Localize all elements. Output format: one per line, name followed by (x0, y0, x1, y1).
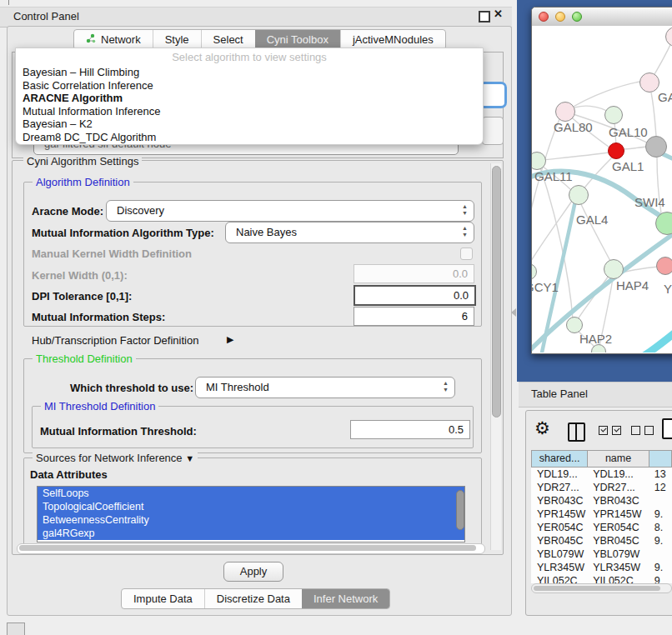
cell[interactable]: YER054C (587, 521, 649, 534)
table-row[interactable]: YDL19... YDL19... 13 (531, 468, 672, 481)
cell[interactable]: YDR27... (531, 481, 587, 494)
cell[interactable]: YER054C (531, 521, 587, 534)
list-item[interactable]: SelfLoops (38, 487, 464, 500)
list-item[interactable]: gal4RGexp (38, 527, 464, 540)
cell[interactable]: YBL079W (531, 548, 587, 561)
expand-right-icon[interactable]: ▶ (227, 334, 233, 345)
table-row[interactable]: YPR145W YPR145W 9. (531, 508, 672, 521)
table-row[interactable]: YBR043C YBR043C (531, 494, 672, 508)
collapse-down-icon[interactable]: ▼ (185, 453, 194, 463)
cell[interactable]: 8. (649, 521, 672, 534)
gene-node-selected[interactable] (608, 142, 624, 159)
close-window-icon[interactable] (539, 12, 549, 22)
manual-kernel-checkbox[interactable] (460, 248, 473, 260)
table-row[interactable]: YBL079W YBL079W (531, 548, 672, 561)
close-icon[interactable]: ✕ (494, 8, 503, 20)
list-item[interactable]: TopologicalCoefficient (38, 500, 464, 513)
cell[interactable]: 9. (649, 561, 672, 574)
column-header[interactable] (649, 450, 672, 468)
split-columns-icon[interactable] (568, 422, 585, 442)
minimized-panel-icon[interactable] (7, 622, 25, 635)
cell[interactable]: YIL052C (587, 574, 649, 583)
tab-network-label: Network (101, 33, 141, 46)
table-row[interactable]: YDR27... YDR27... 12 (531, 481, 672, 494)
cell[interactable]: YPR145W (531, 508, 587, 521)
control-panel-title: Control Panel (13, 10, 79, 22)
tab-network[interactable]: Network (74, 30, 153, 49)
cell[interactable]: YBR043C (531, 494, 587, 508)
mi-type-combo[interactable]: Naive Bayes ▲▼ (225, 222, 474, 243)
node-label: GCY1 (532, 280, 559, 294)
cell[interactable]: YLR345W (587, 561, 649, 574)
kernel-width-field[interactable]: 0.0 (354, 264, 474, 283)
which-threshold-combo[interactable]: MI Threshold ▲▼ (195, 377, 455, 398)
zoom-window-icon[interactable] (572, 12, 582, 22)
tab-discretize-data[interactable]: Discretize Data (204, 589, 302, 608)
settings-vertical-scrollbar[interactable] (490, 163, 501, 550)
gene-node[interactable] (555, 102, 575, 122)
column-header[interactable]: name (587, 450, 649, 468)
apply-button[interactable]: Apply (223, 562, 283, 582)
gene-node[interactable] (639, 72, 659, 92)
gene-node[interactable] (569, 185, 589, 205)
table-row[interactable]: YBR045C YBR045C 9. (531, 534, 672, 548)
dropdown-item-selected[interactable]: ARACNE Algorithm (16, 92, 483, 105)
cell[interactable]: YPR145W (587, 508, 649, 521)
cell[interactable]: YIL052C (531, 574, 587, 583)
table-row[interactable]: YIL052C YIL052C 9 (531, 574, 672, 583)
cell[interactable]: YLR345W (531, 561, 587, 574)
tab-cyni-toolbox[interactable]: Cyni Toolbox (255, 30, 340, 49)
cell[interactable]: YBR045C (587, 534, 649, 548)
tab-style[interactable]: Style (153, 30, 201, 49)
gene-node[interactable] (656, 257, 672, 275)
gene-node[interactable] (566, 317, 583, 333)
cell[interactable]: YDL19... (587, 468, 649, 481)
table-row[interactable]: YLR345W YLR345W 9. (531, 561, 672, 574)
select-all-columns-icon[interactable] (599, 426, 621, 435)
cell[interactable]: YBR043C (587, 494, 649, 508)
gene-node[interactable] (604, 259, 624, 279)
table-row[interactable]: YER054C YER054C 8. (531, 521, 672, 534)
dropdown-item[interactable]: Bayesian – K2 (16, 118, 483, 131)
cell[interactable] (649, 494, 672, 508)
cell[interactable]: 9. (649, 508, 672, 521)
dropdown-item[interactable]: Dream8 DC_TDC Algorithm (16, 131, 483, 144)
tab-impute-data[interactable]: Impute Data (122, 589, 204, 608)
cell[interactable]: YBR045C (531, 534, 587, 548)
deselect-all-columns-icon[interactable] (631, 426, 654, 435)
cell[interactable]: 12 (649, 481, 672, 494)
gear-icon[interactable]: ⚙ (534, 418, 550, 438)
gene-node[interactable] (604, 106, 623, 124)
cell[interactable]: YDR27... (587, 481, 649, 494)
cell[interactable]: YDL19... (531, 468, 587, 481)
cell[interactable]: 13 (649, 468, 672, 481)
gene-node[interactable] (655, 212, 672, 235)
network-window-titlebar[interactable] (532, 8, 672, 27)
tab-select[interactable]: Select (201, 30, 255, 49)
cell[interactable]: 9. (649, 534, 672, 548)
network-canvas[interactable]: GAL GAL80 GAL10 GAL1 GAL11 GAL4 SWI4 GCY… (532, 26, 672, 352)
cell[interactable]: 9 (649, 574, 672, 583)
data-attributes-list[interactable]: SelfLoops TopologicalCoefficient Between… (37, 486, 465, 542)
table-horizontal-scrollbar[interactable] (531, 583, 672, 593)
new-table-icon[interactable] (662, 418, 672, 439)
dropdown-item[interactable]: Basic Correlation Inference (16, 79, 483, 92)
minimize-window-icon[interactable] (555, 12, 565, 22)
dropdown-item[interactable]: Mutual Information Inference (16, 105, 483, 118)
gene-node[interactable] (645, 136, 667, 158)
list-item[interactable]: BetweennessCentrality (38, 513, 464, 527)
mi-steps-field[interactable]: 6 (354, 307, 474, 326)
column-header[interactable]: shared... (531, 450, 587, 468)
dropdown-item[interactable]: Bayesian – Hill Climbing (16, 66, 483, 79)
tab-infer-network[interactable]: Infer Network (302, 589, 389, 608)
cell[interactable] (649, 548, 672, 561)
settings-horizontal-scrollbar[interactable] (17, 543, 485, 554)
tab-jactivemnodules[interactable]: jActiveMNodules (340, 30, 445, 49)
mi-threshold-field[interactable]: 0.5 (350, 420, 470, 439)
float-window-icon[interactable] (479, 11, 490, 22)
list-vertical-scrollbar[interactable] (455, 488, 464, 538)
dpi-tolerance-field[interactable]: 0.0 (354, 285, 476, 306)
aracne-mode-combo[interactable]: Discovery ▲▼ (106, 200, 474, 222)
splitter-collapse-icon[interactable] (511, 308, 516, 317)
cell[interactable]: YBL079W (587, 548, 649, 561)
